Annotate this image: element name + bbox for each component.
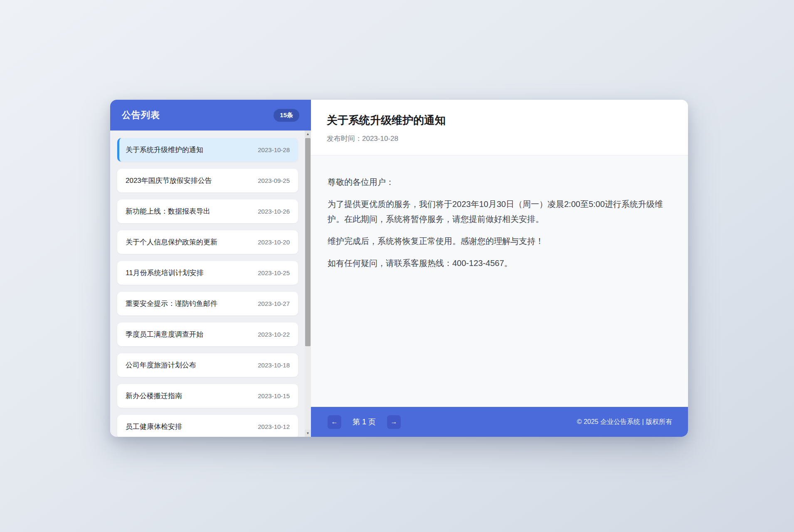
list-item-title: 关于系统升级维护的通知 bbox=[126, 145, 203, 155]
list-item-title: 新办公楼搬迁指南 bbox=[126, 391, 182, 401]
scrollbar-thumb[interactable] bbox=[305, 138, 311, 346]
page-indicator: 第 1 页 bbox=[353, 417, 376, 427]
list-item[interactable]: 新功能上线：数据报表导出 2023-10-26 bbox=[117, 200, 298, 223]
list-item-date: 2023-10-22 bbox=[258, 331, 290, 338]
announcement-app-card: 公告列表 15条 关于系统升级维护的通知 2023-10-28 2023年国庆节… bbox=[110, 100, 688, 437]
list-item-date: 2023-10-26 bbox=[258, 208, 290, 215]
scrollbar-down-arrow-icon[interactable]: ▼ bbox=[305, 430, 311, 437]
sidebar-title: 公告列表 bbox=[122, 109, 160, 121]
sidebar: 公告列表 15条 关于系统升级维护的通知 2023-10-28 2023年国庆节… bbox=[110, 100, 311, 437]
list-item-title: 新功能上线：数据报表导出 bbox=[126, 207, 210, 216]
list-item[interactable]: 重要安全提示：谨防钓鱼邮件 2023-10-27 bbox=[117, 292, 298, 315]
list-item[interactable]: 员工健康体检安排 2023-10-12 bbox=[117, 415, 298, 437]
detail-paragraph: 如有任何疑问，请联系客服热线：400-123-4567。 bbox=[328, 256, 671, 271]
list-item-date: 2023-10-20 bbox=[258, 239, 290, 246]
list-item[interactable]: 新办公楼搬迁指南 2023-10-15 bbox=[117, 384, 298, 408]
next-page-button[interactable]: → bbox=[387, 415, 401, 429]
announcement-count-badge: 15条 bbox=[274, 109, 299, 122]
footer-bar: ← 第 1 页 → © 2025 企业公告系统 | 版权所有 bbox=[311, 407, 688, 437]
list-item[interactable]: 公司年度旅游计划公布 2023-10-18 bbox=[117, 353, 298, 377]
prev-page-button[interactable]: ← bbox=[328, 415, 341, 429]
detail-paragraph: 维护完成后，系统将恢复正常使用。感谢您的理解与支持！ bbox=[328, 234, 671, 249]
detail-header: 关于系统升级维护的通知 发布时间：2023-10-28 bbox=[311, 100, 688, 155]
list-item-date: 2023-10-28 bbox=[258, 146, 290, 153]
list-item[interactable]: 关于系统升级维护的通知 2023-10-28 bbox=[117, 138, 298, 162]
sidebar-header: 公告列表 15条 bbox=[110, 100, 311, 131]
list-item-date: 2023-10-25 bbox=[258, 269, 290, 276]
detail-paragraph: 尊敬的各位用户： bbox=[328, 175, 671, 190]
list-item-date: 2023-09-25 bbox=[258, 177, 290, 184]
detail-publish-date: 发布时间：2023-10-28 bbox=[327, 134, 672, 143]
detail-paragraph: 为了提供更优质的服务，我们将于2023年10月30日（周一）凌晨2:00至5:0… bbox=[328, 197, 671, 227]
list-item-title: 重要安全提示：谨防钓鱼邮件 bbox=[126, 299, 217, 308]
list-item-date: 2023-10-12 bbox=[258, 423, 290, 430]
list-item-title: 11月份系统培训计划安排 bbox=[126, 268, 204, 278]
scrollbar-up-arrow-icon[interactable]: ▲ bbox=[305, 131, 311, 138]
list-item[interactable]: 季度员工满意度调查开始 2023-10-22 bbox=[117, 323, 298, 346]
list-item-title: 公司年度旅游计划公布 bbox=[126, 360, 196, 370]
copyright-text: © 2025 企业公告系统 | 版权所有 bbox=[577, 418, 672, 426]
list-scrollbar[interactable]: ▲ ▼ bbox=[305, 131, 311, 437]
list-item-date: 2023-10-15 bbox=[258, 392, 290, 399]
list-item[interactable]: 11月份系统培训计划安排 2023-10-25 bbox=[117, 261, 298, 285]
detail-panel: 关于系统升级维护的通知 发布时间：2023-10-28 尊敬的各位用户： 为了提… bbox=[311, 100, 688, 437]
list-item-date: 2023-10-18 bbox=[258, 362, 290, 369]
list-item-title: 员工健康体检安排 bbox=[126, 422, 182, 431]
sidebar-content: 关于系统升级维护的通知 2023-10-28 2023年国庆节放假安排公告 20… bbox=[110, 131, 311, 437]
announcement-list: 关于系统升级维护的通知 2023-10-28 2023年国庆节放假安排公告 20… bbox=[110, 131, 305, 437]
detail-title: 关于系统升级维护的通知 bbox=[327, 113, 672, 128]
list-item-title: 季度员工满意度调查开始 bbox=[126, 330, 203, 339]
list-item[interactable]: 2023年国庆节放假安排公告 2023-09-25 bbox=[117, 169, 298, 192]
list-item-title: 2023年国庆节放假安排公告 bbox=[126, 176, 212, 185]
list-item-title: 关于个人信息保护政策的更新 bbox=[126, 237, 217, 247]
pager: ← 第 1 页 → bbox=[328, 415, 401, 429]
list-item-date: 2023-10-27 bbox=[258, 300, 290, 307]
detail-body: 尊敬的各位用户： 为了提供更优质的服务，我们将于2023年10月30日（周一）凌… bbox=[311, 155, 688, 407]
list-item[interactable]: 关于个人信息保护政策的更新 2023-10-20 bbox=[117, 230, 298, 254]
